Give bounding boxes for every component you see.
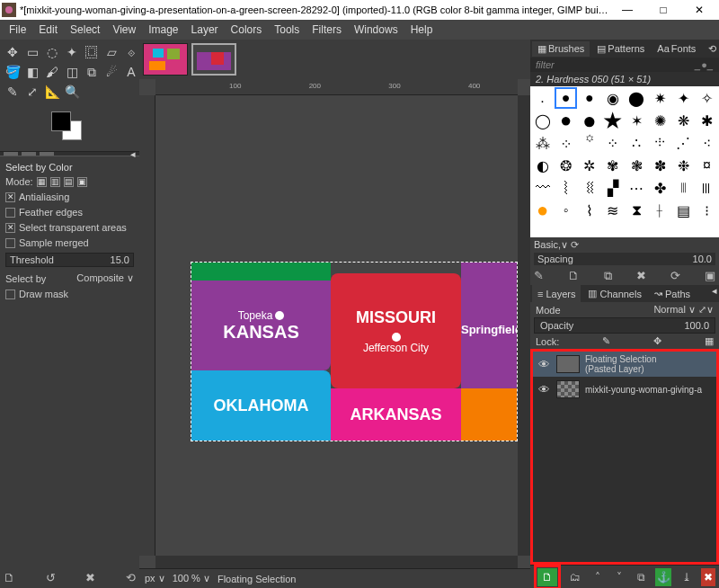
delete-brush-icon[interactable]: ✖ [636,269,646,283]
brush-cell[interactable]: ✦ [672,87,695,109]
lower-layer-button[interactable]: ˅ [612,568,626,586]
brush-cell[interactable]: ⬤ [626,87,648,109]
brush-cell[interactable]: ܀ [555,132,577,154]
brush-cell[interactable]: ⋰ [672,132,695,154]
undo-history-tab[interactable] [40,152,54,156]
menu-layer[interactable]: Layer [186,22,224,38]
delete-tool-preset-icon[interactable]: ✖ [85,571,95,584]
eraser-tool[interactable]: ◫ [63,63,81,81]
brush-cell[interactable]: ⸭ [649,132,671,154]
brush-cell[interactable]: ∴ [626,132,648,154]
brush-cell-selected[interactable]: ● [555,87,577,109]
brush-tool[interactable]: 🖌 [43,63,61,81]
free-select-tool[interactable]: ◌ [43,43,61,61]
transparent-checkbox[interactable]: ✕ [5,223,15,233]
measure-tool[interactable]: 📐 [43,83,61,101]
brush-grid[interactable]: . ● ● ◉ ⬤ ✷ ✦ ✧ ◯ ● ● ★ ✶ ✺ ❋ ✱ ⁂ ܀ ꙳ ⁘ … [530,86,719,237]
brush-cell[interactable]: ✺ [649,110,671,131]
move-tool[interactable]: ✥ [4,43,22,61]
maximize-button[interactable]: □ [645,0,681,20]
visibility-toggle-icon[interactable]: 👁 [537,358,551,371]
warp-tool[interactable]: ⟐ [122,43,140,61]
brush-cell[interactable]: ⁝ [696,200,718,221]
menu-file[interactable]: File [4,22,31,38]
layer-floating-selection[interactable]: 👁 Floating Selection(Pasted Layer) [533,352,716,377]
fg-color[interactable] [51,111,71,131]
text-tool[interactable]: A [122,63,140,81]
canvas-image[interactable]: Springfield Topeka KANSAS MISSOURI Jeffe… [191,263,517,441]
spacing-slider[interactable]: Spacing10.0 [534,253,715,265]
mode-subtract[interactable]: ▤ [64,177,74,187]
brush-cell[interactable]: ❋ [672,110,695,131]
device-status-tab[interactable] [22,152,36,156]
tool-options-tab[interactable] [4,152,18,156]
minimize-button[interactable]: — [609,0,645,20]
brush-cell[interactable]: ✷ [649,87,671,109]
zoom-tool[interactable]: 🔍 [63,83,81,101]
tab-patterns[interactable]: ▤ Patterns [591,41,650,57]
tab-history[interactable]: ⟲ History [703,41,719,57]
tab-fonts[interactable]: Aa Fonts [652,41,701,56]
crop-tool[interactable]: ⿴ [83,43,101,61]
menu-edit[interactable]: Edit [33,22,63,38]
duplicate-layer-button[interactable]: ⧉ [634,568,648,586]
zoom-dropdown[interactable]: 100 % ∨ [173,573,210,584]
brush-cell[interactable]: ● [578,87,600,109]
open-as-image-icon[interactable]: ▣ [705,269,715,283]
mode-intersect[interactable]: ▣ [77,177,87,187]
new-brush-icon[interactable]: 🗋 [568,269,580,283]
brush-cell[interactable]: ⫴ [672,177,695,199]
brush-cell[interactable]: ◯ [531,110,554,131]
brush-cell[interactable]: ¤ [696,155,718,176]
brush-cell[interactable]: ⌇ [578,200,600,221]
smudge-tool[interactable]: ☄ [102,63,120,81]
reset-tool-preset-icon[interactable]: ⟲ [126,571,136,584]
brush-cell[interactable]: 〰 [531,177,554,199]
duplicate-brush-icon[interactable]: ⧉ [604,269,612,283]
fuzzy-select-tool[interactable]: ✦ [63,43,81,61]
tab-layers[interactable]: ≡ Layers [532,285,581,302]
brush-size-slider-icon[interactable]: ⎯●⎯ [695,59,714,70]
scrollbar-vertical[interactable] [518,95,530,556]
brush-cell[interactable]: ⧗ [626,200,648,221]
brush-cell[interactable]: ✤ [649,177,671,199]
delete-layer-button[interactable]: ✖ [701,568,715,586]
restore-tool-preset-icon[interactable]: ↺ [46,571,56,584]
raise-layer-button[interactable]: ˄ [590,568,604,586]
edit-brush-icon[interactable]: ✎ [534,269,544,283]
brush-cell[interactable]: ⦚ [555,177,577,199]
unit-dropdown[interactable]: px ∨ [145,573,165,584]
scrollbar-horizontal[interactable] [155,556,518,568]
feather-checkbox[interactable] [5,208,15,218]
menu-windows[interactable]: Windows [349,22,404,38]
merge-down-button[interactable]: ⤓ [679,568,693,586]
drawmask-checkbox[interactable] [5,290,15,299]
save-tool-preset-icon[interactable]: 🗋 [4,571,15,584]
image-tab-1[interactable] [143,43,188,76]
new-layer-button[interactable]: 🗋 [537,568,557,586]
layer-background[interactable]: 👁 mixkit-young-woman-giving-a [533,377,716,402]
brush-cell[interactable]: ▞ [601,177,624,199]
refresh-brush-icon[interactable]: ⟳ [670,269,680,283]
brush-basic-dropdown[interactable]: Basic, [534,239,561,250]
brush-cell[interactable]: ⁂ [531,132,554,154]
clone-tool[interactable]: ⧉ [83,63,101,81]
brush-cell[interactable]: ● [578,110,600,131]
gradient-tool[interactable]: ◧ [23,63,41,81]
visibility-toggle-icon[interactable]: 👁 [537,383,551,396]
rect-select-tool[interactable]: ▭ [23,43,41,61]
tab-brushes[interactable]: ▦ Brushes [532,41,590,57]
brush-cell[interactable]: ◐ [531,155,554,176]
dropper-tool[interactable]: ⤢ [23,83,41,101]
lock-position-icon[interactable]: ✥ [653,335,661,347]
tab-channels[interactable]: ▥ Channels [582,285,646,302]
brush-cell[interactable]: . [531,87,554,109]
brush-cell[interactable]: ✱ [696,110,718,131]
layers-menu-arrow-icon[interactable]: ◂ [712,285,717,302]
sample-merged-checkbox[interactable] [5,238,15,248]
brush-cell[interactable]: ✾ [601,155,624,176]
mode-add[interactable]: ▥ [50,177,60,187]
brush-cell[interactable]: ⟊ [649,200,671,221]
brush-cell[interactable]: ✶ [626,110,648,131]
brush-cell[interactable]: ◉ [601,87,624,109]
